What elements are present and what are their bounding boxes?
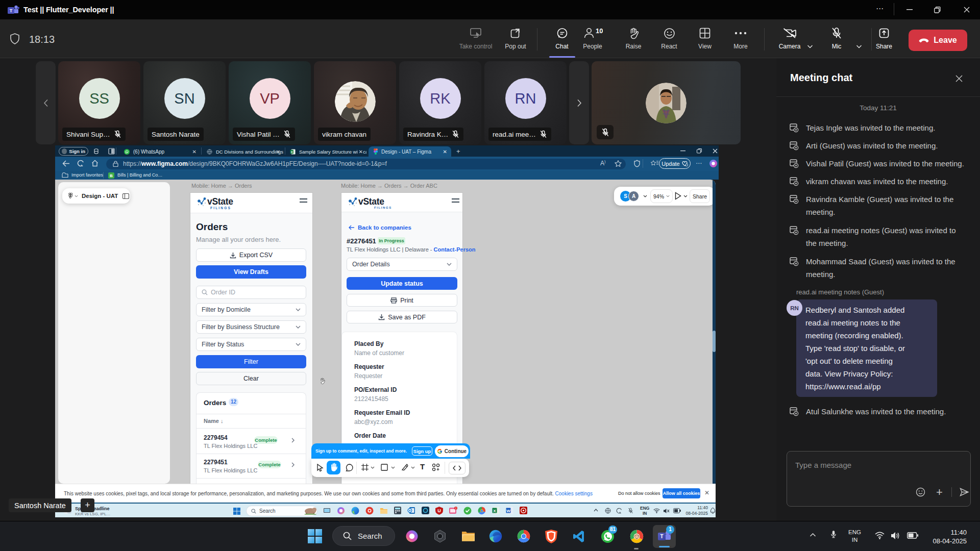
svg-text:T: T — [10, 8, 13, 13]
svg-text:10: 10 — [596, 27, 603, 35]
svg-text:T: T — [660, 534, 663, 539]
svg-text:X: X — [291, 151, 293, 154]
svg-text:W: W — [506, 509, 510, 513]
svg-text:U: U — [437, 508, 441, 513]
svg-text:B: B — [110, 173, 113, 178]
svg-text:X: X — [493, 509, 496, 513]
